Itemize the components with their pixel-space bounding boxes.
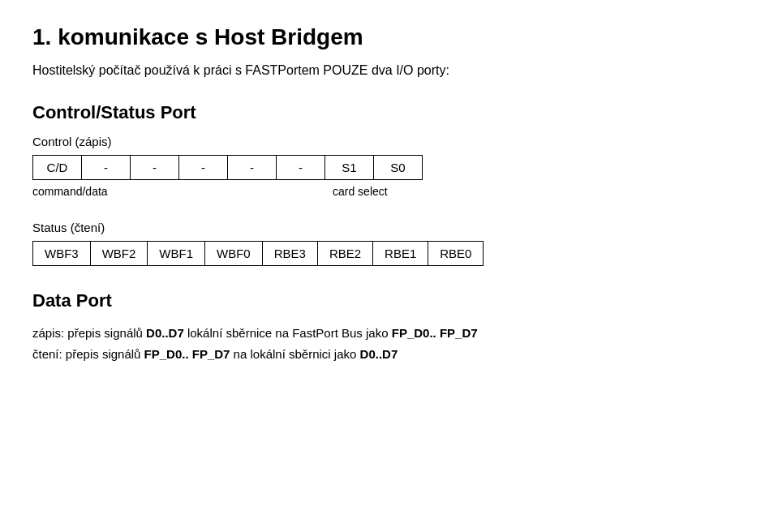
write-prefix: zápis: přepis signálů xyxy=(32,326,146,340)
status-col-wbf2: WBF2 xyxy=(90,242,148,266)
control-status-port-title: Control/Status Port xyxy=(32,102,746,123)
data-port-line-write: zápis: přepis signálů D0..D7 lokální sbě… xyxy=(32,323,746,344)
write-bold1: D0..D7 xyxy=(146,326,184,340)
status-col-rbe0: RBE0 xyxy=(428,242,484,266)
data-port-title: Data Port xyxy=(32,290,746,311)
control-col-dash4: - xyxy=(228,156,277,180)
control-write-label: Control (zápis) xyxy=(32,135,746,148)
status-col-rbe3: RBE3 xyxy=(262,242,317,266)
control-col-dash2: - xyxy=(131,156,179,180)
status-col-wbf3: WBF3 xyxy=(33,242,91,266)
control-table-notes: command/data card select xyxy=(32,185,746,198)
write-bold2: FP_D0.. FP_D7 xyxy=(392,326,478,340)
read-middle: na lokální sběrnici jako xyxy=(230,347,359,361)
status-read-table: WBF3 WBF2 WBF1 WBF0 RBE3 RBE2 RBE1 RBE0 xyxy=(32,241,484,266)
data-port-line-read: čtení: přepis signálů FP_D0.. FP_D7 na l… xyxy=(32,344,746,365)
control-col-s0: S0 xyxy=(374,156,423,180)
control-col-cd: C/D xyxy=(33,156,82,180)
status-read-label: Status (čtení) xyxy=(32,221,746,234)
control-col-dash1: - xyxy=(82,156,131,180)
read-bold2: D0..D7 xyxy=(360,347,398,361)
control-write-table: C/D - - - - - S1 S0 xyxy=(32,155,423,180)
status-col-rbe2: RBE2 xyxy=(317,242,372,266)
page-heading: 1. komunikace s Host Bridgem xyxy=(32,24,746,50)
status-col-wbf1: WBF1 xyxy=(148,242,205,266)
read-prefix: čtení: přepis signálů xyxy=(32,347,144,361)
note-command-data: command/data xyxy=(32,185,284,198)
read-bold1: FP_D0.. FP_D7 xyxy=(144,347,230,361)
control-col-s1: S1 xyxy=(325,156,374,180)
status-col-wbf0: WBF0 xyxy=(205,242,263,266)
page-subtitle: Hostitelský počítač používá k práci s FA… xyxy=(32,63,746,78)
control-col-dash3: - xyxy=(179,156,228,180)
note-card-select: card select xyxy=(333,185,388,198)
status-col-rbe1: RBE1 xyxy=(373,242,428,266)
write-middle: lokální sběrnice na FastPort Bus jako xyxy=(184,326,392,340)
control-col-dash5: - xyxy=(277,156,325,180)
data-port-text: zápis: přepis signálů D0..D7 lokální sbě… xyxy=(32,323,746,364)
